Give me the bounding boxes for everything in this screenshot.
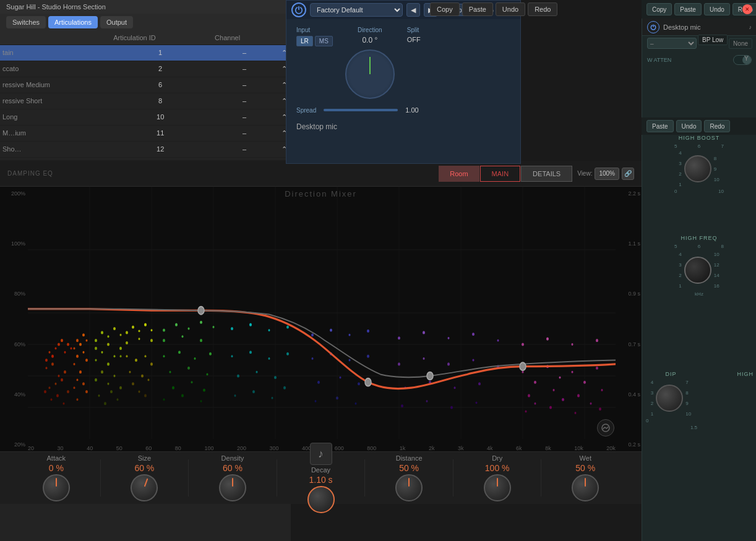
table-row[interactable]: ccato 2 – ⌃ — [0, 61, 291, 77]
row-channel: – — [211, 61, 278, 77]
input-section: Input LR MS — [296, 27, 333, 46]
row-id: 2 — [110, 61, 211, 77]
decay-label: Decay — [311, 466, 330, 474]
svg-point-74 — [139, 330, 140, 332]
music-note-btn[interactable]: ♪ — [310, 443, 332, 465]
input-ms-btn[interactable]: MS — [315, 36, 333, 46]
w-atten-toggle[interactable] — [733, 55, 752, 65]
link-icon-btn[interactable]: 🔗 — [622, 168, 634, 180]
decay-knob[interactable] — [307, 486, 335, 513]
svg-point-129 — [367, 330, 369, 333]
svg-point-104 — [207, 373, 208, 376]
bottom-param-bar: Attack 0 % Size 60 % Density 60 % ♪ Deca… — [0, 451, 642, 504]
param-dry: Dry 100 % — [453, 454, 541, 501]
svg-point-138 — [336, 396, 338, 399]
top-copy-btn[interactable]: Copy — [430, 2, 460, 16]
tab-main[interactable]: MAIN — [480, 166, 521, 182]
r-label-11: 1.1 s — [628, 241, 640, 247]
input-lr-btn[interactable]: LR — [296, 36, 313, 46]
table-row[interactable]: Sho… 12 – ⌃ — [0, 141, 291, 157]
noise-floor-icon[interactable] — [597, 419, 614, 437]
close-btn[interactable]: ✕ — [742, 4, 752, 14]
table-row[interactable]: ressive Short 8 – ⌃ — [0, 93, 291, 109]
size-value: 60 % — [134, 463, 154, 473]
y-label-100: 100% — [0, 241, 28, 247]
svg-point-112 — [249, 323, 252, 326]
tab-switches[interactable]: Switches — [6, 16, 46, 28]
tab-output[interactable]: Output — [100, 16, 133, 28]
y-label-80: 80% — [0, 291, 28, 297]
hf-left-scale: 4 3 2 1 — [679, 252, 681, 289]
top-paste-btn[interactable]: Paste — [462, 2, 493, 16]
svg-point-69 — [110, 390, 113, 393]
svg-point-17 — [55, 347, 57, 349]
right2-paste-btn[interactable]: Paste — [646, 120, 674, 132]
y-label-20: 20% — [0, 441, 28, 448]
svg-point-28 — [61, 378, 63, 381]
eq-curve-main — [28, 309, 616, 389]
svg-point-43 — [74, 363, 75, 365]
dry-knob[interactable] — [484, 474, 511, 501]
right2-redo-btn[interactable]: Redo — [704, 120, 730, 132]
right-dropdown-select[interactable]: – — [647, 38, 697, 49]
right2-undo-btn[interactable]: Undo — [676, 120, 702, 132]
svg-point-31 — [51, 398, 53, 401]
eq-control-point-3[interactable] — [427, 372, 433, 380]
table-row[interactable]: M…ium 11 – ⌃ — [0, 125, 291, 141]
svg-point-70 — [117, 398, 119, 401]
svg-point-137 — [315, 400, 317, 403]
svg-point-38 — [79, 343, 82, 346]
r-label-02: 0.2 s — [628, 441, 640, 448]
eq-control-point-2[interactable] — [365, 378, 371, 386]
svg-point-61 — [107, 362, 110, 365]
high-freq-section: HIGH FREQ 5 6 8 4 3 2 1 — [645, 235, 754, 297]
upper-preset-dropdown[interactable]: Factory Default — [310, 3, 403, 17]
y-label-40: 40% — [0, 391, 28, 398]
attack-knob[interactable] — [43, 474, 70, 501]
hf-knob-row: 4 3 2 1 10 12 14 16 — [679, 252, 719, 289]
bp-low-label: BP Low — [698, 35, 728, 45]
svg-point-29 — [49, 386, 51, 389]
none-btn[interactable]: None — [729, 38, 752, 49]
upper-prev-btn[interactable]: ◀ — [406, 3, 420, 17]
svg-point-103 — [187, 367, 190, 370]
eq-control-point-1[interactable] — [198, 307, 204, 315]
eq-control-point-4[interactable] — [520, 362, 526, 370]
table-row[interactable]: Long 10 – ⌃ — [0, 109, 291, 125]
right-power-btn[interactable] — [647, 21, 659, 33]
svg-point-158 — [522, 343, 524, 346]
density-knob[interactable] — [219, 474, 246, 501]
y-label-60: 60% — [0, 341, 28, 347]
top-redo-btn[interactable]: Redo — [528, 2, 557, 16]
dip-right-scale: 7 8 9 10 — [685, 380, 691, 417]
direction-knob[interactable] — [345, 49, 395, 99]
view-value-btn[interactable]: 100% — [595, 168, 619, 180]
tab-details[interactable]: DETAILS — [521, 166, 572, 182]
svg-point-148 — [473, 359, 475, 362]
view-control: View: 100% 🔗 — [577, 168, 634, 180]
table-row[interactable]: tain 1 – ⌃ — [0, 45, 291, 61]
dry-value: 100 % — [485, 463, 510, 473]
size-knob[interactable] — [127, 471, 161, 505]
top-undo-btn[interactable]: Undo — [496, 2, 525, 16]
table-row[interactable]: ressive Medium 6 – ⌃ — [0, 77, 291, 93]
tab-articulations[interactable]: Articulations — [48, 16, 98, 28]
upper-power-button[interactable] — [291, 2, 306, 17]
distance-knob[interactable] — [395, 474, 423, 501]
svg-point-84 — [129, 371, 131, 373]
hb-left-scale: 4 3 2 1 — [679, 150, 681, 187]
svg-point-58 — [114, 355, 116, 357]
svg-point-101 — [209, 352, 212, 356]
right-paste-bar: Paste Undo Redo — [642, 117, 756, 135]
spread-slider[interactable] — [324, 109, 398, 111]
dip-knob[interactable] — [656, 385, 683, 412]
tab-room[interactable]: Room — [439, 166, 479, 182]
hf-scale-top: 5 6 8 — [674, 244, 724, 249]
svg-point-134 — [317, 381, 320, 384]
high-boost-knob[interactable] — [684, 155, 711, 182]
svg-point-160 — [572, 343, 573, 346]
high-freq-knob[interactable] — [684, 257, 711, 284]
wet-knob[interactable] — [572, 474, 599, 501]
svg-point-130 — [312, 357, 314, 360]
svg-point-37 — [86, 339, 88, 342]
